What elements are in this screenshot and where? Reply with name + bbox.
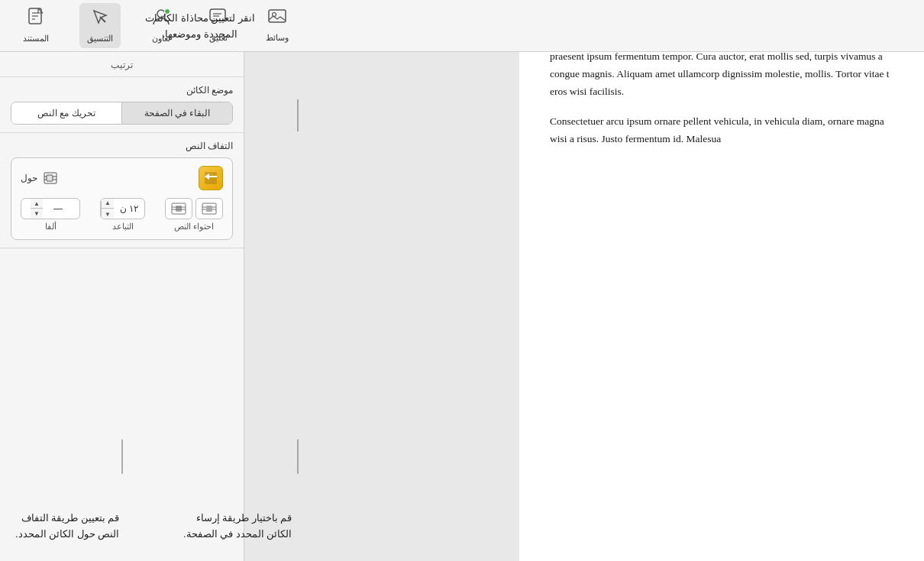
toolbar-item-comment[interactable]: تعليق <box>202 4 235 47</box>
toolbar-item-format[interactable]: التنسيق <box>79 3 121 48</box>
spacing-label: التباعد <box>112 222 134 232</box>
wrap-around-label: حول <box>21 172 57 184</box>
wrap-type-icon[interactable] <box>199 166 223 190</box>
svg-rect-2 <box>210 9 225 21</box>
document-icon <box>27 8 44 31</box>
document-label: المستند <box>23 34 49 44</box>
object-placement-section: موضع الكائن البقاء في الصفحة تحريك مع ال… <box>0 77 244 133</box>
toolbar: وسائط تعليق + تعاون <box>0 0 924 52</box>
section-arrange-header: ترتيب <box>0 52 244 77</box>
svg-rect-9 <box>205 172 217 184</box>
placement-move-text[interactable]: تحريك مع النص <box>11 102 121 124</box>
wrap-style-btn-1[interactable] <box>195 198 223 219</box>
toolbar-item-document[interactable]: المستند <box>15 3 57 48</box>
collaborate-label: تعاون <box>152 34 170 44</box>
format-icon <box>91 8 109 31</box>
spacing-group: ١٢ ن ▲ ▼ التباعد <box>100 198 145 232</box>
sidebar-panel: ترتيب موضع الكائن البقاء في الصفحة تحريك… <box>0 52 244 561</box>
alpha-decrement[interactable]: ▼ <box>31 209 43 219</box>
svg-point-1 <box>273 13 276 17</box>
content-wrap-group: احتواء النص <box>165 198 223 232</box>
wrap-style-buttons <box>165 198 223 219</box>
paragraph-2: Consectetuer arcu ipsum ornare pellent v… <box>550 113 893 148</box>
page-content: lacus amet arcu et. In vitae vel, wisi a… <box>519 0 924 561</box>
toolbar-item-collaborate[interactable]: + تعاون <box>144 3 179 48</box>
format-label: التنسيق <box>87 34 113 44</box>
alpha-increment[interactable]: ▲ <box>31 199 43 209</box>
spacing-value: ١٢ ن <box>114 203 144 214</box>
alpha-field[interactable]: — ▲ ▼ <box>21 198 80 219</box>
wrap-type-row: حول <box>21 166 223 190</box>
spacing-stepper[interactable]: ١٢ ن ▲ ▼ <box>100 198 145 219</box>
alpha-stepper-buttons: ▲ ▼ <box>31 199 43 219</box>
placement-button-group: البقاء في الصفحة تحريك مع النص <box>11 102 233 125</box>
text-wrap-title: التفاف النص <box>11 141 233 151</box>
svg-rect-11 <box>47 175 53 181</box>
wrap-box: حول <box>11 157 233 240</box>
arrange-label: ترتيب <box>111 60 133 70</box>
comment-icon <box>209 8 228 30</box>
media-icon <box>268 8 286 30</box>
svg-text:+: + <box>163 10 166 15</box>
media-label: وسائط <box>266 33 289 43</box>
svg-rect-0 <box>269 10 286 22</box>
spacing-increment[interactable]: ▲ <box>102 198 114 209</box>
toolbar-item-media[interactable]: وسائط <box>258 4 296 47</box>
wrap-style-btn-2[interactable] <box>165 198 192 219</box>
text-wrap-section: التفاف النص <box>0 133 244 248</box>
comment-label: تعليق <box>209 33 228 43</box>
wrap-around-text: حول <box>21 173 37 183</box>
spacing-decrement[interactable]: ▼ <box>102 209 114 219</box>
svg-rect-17 <box>206 206 212 212</box>
content-wrap-label: احتواء النص <box>174 222 214 232</box>
svg-rect-23 <box>176 206 182 212</box>
bottom-controls-row: احتواء النص ١٢ ن ▲ ▼ التباعد <box>21 198 223 232</box>
collaborate-icon: + <box>151 8 171 31</box>
placement-stay-page[interactable]: البقاء في الصفحة <box>121 102 232 124</box>
object-placement-title: موضع الكائن <box>11 85 233 96</box>
alpha-label: ألفا <box>45 222 57 232</box>
alpha-group: — ▲ ▼ ألفا <box>21 198 80 232</box>
alpha-value: — <box>43 203 73 214</box>
spacing-stepper-buttons: ▲ ▼ <box>101 198 114 219</box>
